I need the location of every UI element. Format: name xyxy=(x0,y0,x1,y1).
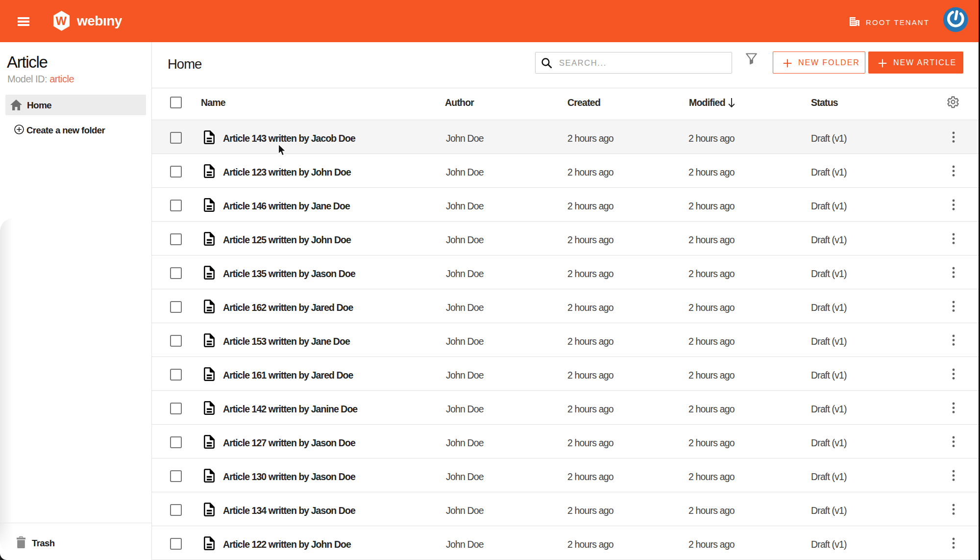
svg-text:W: W xyxy=(56,15,67,27)
svg-text:webıny: webıny xyxy=(76,13,122,28)
